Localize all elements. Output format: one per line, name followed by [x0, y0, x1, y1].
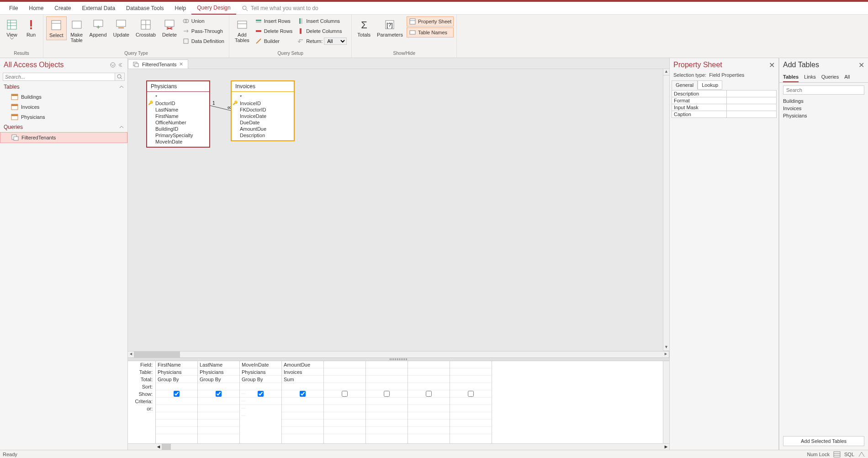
field-doctorid[interactable]: DoctorID	[147, 100, 209, 107]
qbe-show[interactable]	[324, 390, 365, 398]
qbe-criteria[interactable]	[240, 398, 281, 405]
delete-columns-button[interactable]: Delete Columns	[295, 27, 349, 36]
qbe-field[interactable]: FirstName	[156, 361, 197, 368]
field-invoiceid[interactable]: InvoiceID	[232, 100, 294, 107]
qbe-field[interactable]: LastName	[198, 361, 239, 368]
collapse-icon[interactable]	[118, 62, 124, 68]
prop-tab-lookup[interactable]: Lookup	[698, 80, 722, 90]
prop-value[interactable]	[727, 91, 776, 97]
qbe-total[interactable]	[408, 376, 450, 383]
add-tab-links[interactable]: Links	[804, 72, 816, 82]
chevron-down-circle-icon[interactable]	[110, 62, 116, 68]
table-box-physicians[interactable]: Physicians * DoctorID LastName FirstName…	[146, 80, 210, 148]
field-star[interactable]: *	[147, 94, 209, 100]
scroll-down-icon[interactable]: ▼	[663, 345, 669, 351]
builder-button[interactable]: Builder	[253, 37, 294, 46]
add-tables-button[interactable]: Add Tables	[232, 16, 252, 45]
nav-item-filteredtenants[interactable]: FilteredTenants	[0, 132, 127, 143]
qbe-criteria[interactable]	[450, 398, 492, 405]
qbe-or[interactable]	[282, 405, 323, 412]
canvas-scroll[interactable]: Physicians * DoctorID LastName FirstName…	[128, 69, 663, 351]
qbe-col[interactable]	[366, 361, 408, 443]
qbe-sort[interactable]	[408, 383, 450, 390]
add-search-input[interactable]	[783, 85, 864, 95]
qbe-table[interactable]: Invoices	[282, 368, 323, 376]
qbe-table[interactable]	[450, 368, 492, 376]
add-selected-tables-button[interactable]: Add Selected Tables	[783, 436, 864, 446]
nav-item-physicians[interactable]: Physicians	[0, 112, 127, 122]
field-moveindate[interactable]: MoveInDate	[147, 138, 209, 145]
qbe-vscroll[interactable]	[663, 361, 669, 443]
return-select[interactable]: All	[324, 37, 347, 45]
scroll-right-icon[interactable]: ►	[663, 444, 669, 450]
qbe-total[interactable]: Sum	[282, 376, 323, 383]
scroll-left-icon[interactable]: ◄	[128, 351, 134, 357]
qbe-table[interactable]	[408, 368, 450, 376]
qbe-show[interactable]	[198, 390, 239, 398]
field-lastname[interactable]: LastName	[147, 107, 209, 113]
qbe-sort[interactable]	[324, 383, 365, 390]
qbe-show[interactable]	[240, 390, 281, 398]
tab-external-data[interactable]: External Data	[76, 2, 121, 14]
qbe-show[interactable]	[366, 390, 408, 398]
nav-item-invoices[interactable]: Invoices	[0, 102, 127, 112]
scroll-up-icon[interactable]: ▲	[663, 69, 669, 75]
qbe-or[interactable]	[242, 387, 245, 394]
scroll-left-icon[interactable]: ◄	[155, 444, 162, 450]
qbe-criteria[interactable]	[156, 398, 197, 405]
tab-home[interactable]: Home	[23, 2, 49, 14]
nav-tables-header[interactable]: Tables	[0, 82, 127, 92]
data-definition-button[interactable]: Data Definition	[180, 37, 226, 46]
close-icon[interactable]: ✕	[179, 61, 183, 67]
qbe-show[interactable]	[156, 390, 197, 398]
qbe-table[interactable]: Physicians	[240, 368, 281, 376]
scroll-right-icon[interactable]: ►	[663, 351, 669, 357]
insert-rows-button[interactable]: Insert Rows	[253, 16, 294, 26]
qbe-criteria[interactable]	[282, 398, 323, 405]
tab-file[interactable]: File	[4, 2, 23, 14]
sql-view-icon[interactable]: SQL	[844, 452, 854, 457]
datasheet-view-icon[interactable]	[833, 451, 841, 458]
qbe-table[interactable]: Physicians	[156, 368, 197, 376]
scroll-thumb[interactable]	[162, 444, 171, 450]
prop-row-input-mask[interactable]: Input Mask	[672, 104, 777, 111]
crosstab-button[interactable]: Crosstab	[133, 16, 159, 39]
field-firstname[interactable]: FirstName	[147, 113, 209, 119]
field-duedate[interactable]: DueDate	[232, 119, 294, 126]
prop-tab-general[interactable]: General	[672, 80, 698, 90]
add-tab-all[interactable]: All	[844, 72, 850, 82]
tab-create[interactable]: Create	[49, 2, 76, 14]
search-icon[interactable]	[115, 73, 125, 81]
tab-help[interactable]: Help	[169, 2, 192, 14]
qbe-criteria[interactable]	[324, 398, 365, 405]
field-invoicedate[interactable]: InvoiceDate	[232, 113, 294, 119]
close-icon[interactable]: ✕	[858, 61, 864, 69]
qbe-sort[interactable]	[450, 383, 492, 390]
prop-row-caption[interactable]: Caption	[672, 111, 777, 118]
qbe-sort[interactable]	[240, 383, 281, 390]
canvas-vscroll[interactable]: ▲ ▼	[663, 69, 669, 351]
union-button[interactable]: Union	[180, 16, 226, 26]
field-fkdoctorid[interactable]: FKDoctorID	[232, 107, 294, 113]
run-button[interactable]: Run	[22, 16, 40, 39]
qbe-col[interactable]: LastName Physicians Group By	[198, 361, 240, 443]
qbe-total[interactable]	[324, 376, 365, 383]
view-button[interactable]: View	[3, 16, 21, 42]
field-amountdue[interactable]: AmountDue	[232, 126, 294, 132]
qbe-field[interactable]	[450, 361, 492, 368]
qbe-or[interactable]	[198, 405, 239, 412]
prop-value[interactable]	[727, 104, 776, 111]
qbe-field[interactable]: MoveInDate	[240, 361, 281, 368]
add-item-physicians[interactable]: Physicians	[783, 112, 864, 119]
tell-me[interactable]: Tell me what you want to do	[242, 5, 318, 11]
qbe-sort[interactable]	[282, 383, 323, 390]
scroll-thumb[interactable]	[134, 351, 180, 357]
pass-through-button[interactable]: Pass-Through	[180, 27, 226, 36]
field-description[interactable]: Description	[232, 132, 294, 138]
field-primaryspecialty[interactable]: PrimarySpecialty	[147, 132, 209, 138]
nav-queries-header[interactable]: Queries	[0, 122, 127, 132]
add-item-invoices[interactable]: Invoices	[783, 105, 864, 112]
canvas-hscroll[interactable]: ◄ ►	[128, 351, 669, 357]
qbe-col[interactable]	[408, 361, 450, 443]
delete-button[interactable]: Delete	[159, 16, 180, 39]
